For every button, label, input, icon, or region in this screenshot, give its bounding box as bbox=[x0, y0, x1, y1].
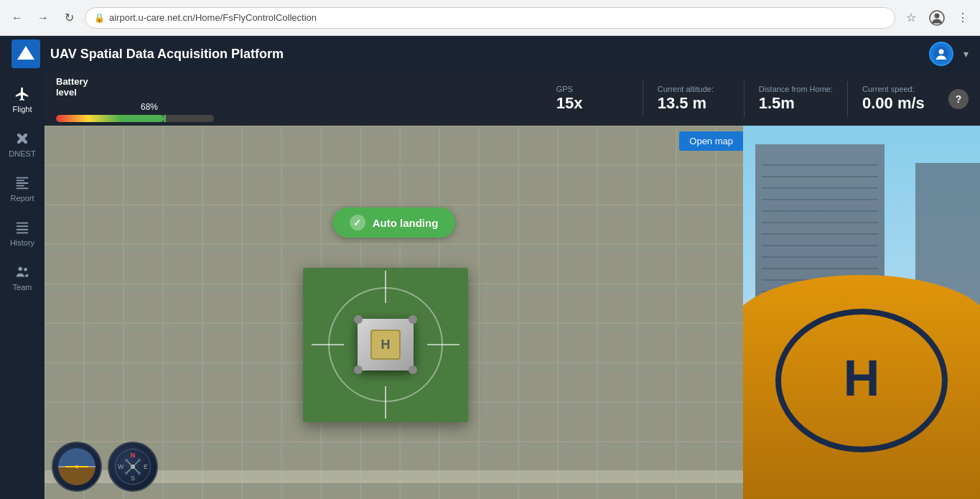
svg-point-1 bbox=[935, 13, 940, 18]
stats-bar: Batterylevel 68% GPS 15x bbox=[45, 72, 980, 126]
crosshair-left bbox=[312, 344, 344, 345]
app-title: UAV Spatial Data Acquisition Platform bbox=[50, 47, 919, 62]
crosshair-top bbox=[385, 271, 386, 303]
sidebar-item-dnest[interactable]: DNEST bbox=[1, 123, 43, 165]
sidebar-item-team-label: Team bbox=[13, 283, 32, 292]
altitude-label: Current altitude: bbox=[658, 85, 714, 93]
svg-rect-9 bbox=[17, 232, 29, 233]
url-text: airport.u-care.net.cn/Home/FsFlyControlC… bbox=[109, 12, 317, 23]
svg-point-4 bbox=[939, 50, 944, 55]
stat-divider-3 bbox=[847, 81, 848, 117]
compass-north: N bbox=[131, 452, 136, 459]
sidebar-item-history-label: History bbox=[10, 238, 34, 247]
battery-bar bbox=[56, 115, 214, 122]
svg-point-11 bbox=[24, 268, 27, 271]
attitude-center bbox=[75, 465, 78, 468]
sidebar-item-report[interactable]: Report bbox=[1, 168, 43, 210]
speed-label: Current speed: bbox=[862, 85, 915, 93]
svg-rect-21 bbox=[131, 465, 135, 469]
crosshair-right bbox=[427, 344, 459, 345]
svg-marker-2 bbox=[17, 46, 34, 60]
refresh-button[interactable]: ↻ bbox=[59, 8, 79, 28]
lock-icon: 🔒 bbox=[94, 13, 105, 23]
ground-half bbox=[58, 467, 95, 485]
stat-divider-2 bbox=[744, 81, 745, 117]
content-area: Batterylevel 68% GPS 15x bbox=[45, 72, 980, 499]
drone-arm-br bbox=[409, 365, 417, 374]
history-icon bbox=[14, 220, 30, 235]
distance-stat: Distance from Home: 1.5m bbox=[759, 85, 833, 112]
sidebar-item-report-label: Report bbox=[10, 194, 34, 202]
drone-arm-tr bbox=[409, 315, 417, 324]
compass-east: E bbox=[144, 463, 148, 470]
helipad-h-letter: H bbox=[844, 353, 880, 403]
svg-point-29 bbox=[138, 472, 141, 475]
open-map-button[interactable]: Open map bbox=[679, 131, 743, 151]
app-body: Flight DNEST Report bbox=[0, 72, 980, 499]
distance-label: Distance from Home: bbox=[759, 85, 833, 93]
distance-value: 1.5m bbox=[759, 95, 795, 112]
svg-point-26 bbox=[125, 459, 128, 462]
drone-arm-bl bbox=[354, 365, 363, 374]
check-icon: ✓ bbox=[350, 215, 365, 230]
account-button[interactable] bbox=[927, 8, 947, 28]
browser-chrome: ← → ↻ 🔒 airport.u-care.net.cn/Home/FsFly… bbox=[0, 0, 980, 36]
svg-point-27 bbox=[138, 459, 141, 462]
bottom-instruments: N S W E bbox=[52, 442, 158, 492]
header-dropdown-icon[interactable]: ▾ bbox=[963, 48, 969, 60]
svg-point-10 bbox=[19, 267, 23, 271]
team-icon bbox=[14, 264, 30, 280]
menu-button[interactable]: ⋮ bbox=[953, 8, 973, 28]
back-button[interactable]: ← bbox=[7, 8, 27, 28]
app-wrapper: UAV Spatial Data Acquisition Platform ▾ … bbox=[0, 36, 980, 499]
battery-marker bbox=[164, 115, 166, 122]
compass-south: S bbox=[131, 475, 135, 482]
drone-top-body: H bbox=[358, 319, 414, 370]
battery-bar-wrap: 68% bbox=[56, 102, 243, 122]
battery-fill bbox=[56, 115, 164, 122]
crosshair-bottom bbox=[385, 386, 386, 419]
svg-point-28 bbox=[125, 472, 128, 475]
svg-rect-6 bbox=[17, 223, 29, 224]
battery-label: Batterylevel bbox=[56, 76, 243, 98]
sidebar-item-flight[interactable]: Flight bbox=[1, 79, 43, 121]
gps-stat: GPS 15x bbox=[556, 85, 628, 112]
sidebar-item-flight-label: Flight bbox=[13, 105, 32, 113]
svg-rect-8 bbox=[17, 229, 29, 230]
battery-percent-text: 68% bbox=[56, 102, 243, 112]
auto-landing-banner: ✓ Auto landing bbox=[332, 207, 456, 238]
gps-label: GPS bbox=[556, 85, 573, 93]
address-bar[interactable]: 🔒 airport.u-care.net.cn/Home/FsFlyContro… bbox=[85, 7, 895, 29]
altitude-value: 13.5 m bbox=[658, 95, 707, 112]
sidebar-item-history[interactable]: History bbox=[1, 213, 43, 254]
sidebar-item-dnest-label: DNEST bbox=[9, 149, 35, 158]
drone-arm-tl bbox=[354, 315, 363, 324]
sidebar-item-team[interactable]: Team bbox=[1, 257, 43, 299]
helipad-surface: H bbox=[743, 275, 980, 499]
drone-h-mark: H bbox=[370, 330, 401, 360]
stat-divider-1 bbox=[643, 81, 643, 117]
aerial-view: H ✓ Auto landing Open bbox=[45, 126, 743, 499]
sidebar: Flight DNEST Report bbox=[0, 72, 45, 499]
speed-value: 0.00 m/s bbox=[862, 95, 925, 112]
app-logo bbox=[11, 39, 40, 68]
helipad-ring: H bbox=[775, 309, 948, 452]
video-main: H ✓ Auto landing Open bbox=[45, 126, 980, 499]
header-avatar[interactable] bbox=[929, 42, 953, 66]
altitude-stat: Current altitude: 13.5 m bbox=[658, 85, 729, 112]
drone-overhead-icon bbox=[124, 458, 141, 475]
plane-icon bbox=[14, 86, 30, 102]
help-button[interactable]: ? bbox=[948, 89, 969, 109]
compass-west: W bbox=[118, 463, 124, 470]
side-camera-view: H bbox=[743, 126, 980, 499]
report-icon bbox=[14, 175, 30, 191]
compass-instrument: N S W E bbox=[108, 442, 158, 492]
svg-rect-7 bbox=[17, 225, 29, 227]
app-header: UAV Spatial Data Acquisition Platform ▾ bbox=[0, 36, 980, 72]
attitude-indicator bbox=[52, 442, 102, 492]
battery-section: Batterylevel 68% bbox=[56, 76, 257, 122]
forward-button[interactable]: → bbox=[33, 8, 53, 28]
gps-value: 15x bbox=[556, 95, 583, 112]
auto-landing-text: Auto landing bbox=[373, 217, 439, 229]
bookmark-button[interactable]: ☆ bbox=[901, 8, 921, 28]
